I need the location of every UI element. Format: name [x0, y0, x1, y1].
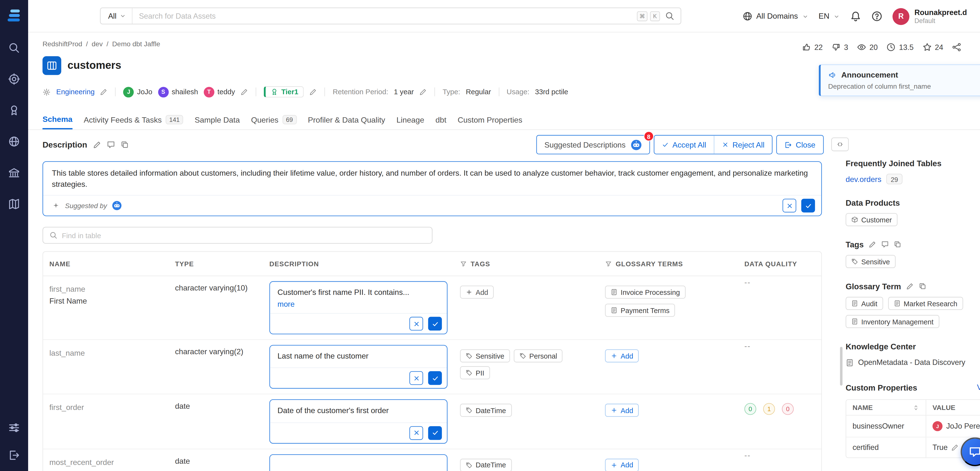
tag-chip[interactable]: Sensitive	[460, 349, 510, 363]
owner-teddy[interactable]: T teddy	[204, 86, 235, 97]
schema-table-header: NAME TYPE DESCRIPTION TAGS GLOSSARY TERM…	[43, 252, 821, 276]
reject-suggestion-button[interactable]	[783, 199, 796, 213]
reject-all-button[interactable]: Reject All	[714, 136, 772, 154]
tab-profiler[interactable]: Profiler & Data Quality	[308, 110, 385, 129]
tests-success-badge[interactable]: 0	[745, 403, 756, 415]
nav-data-quality-icon[interactable]	[8, 104, 21, 116]
sort-icon[interactable]	[912, 404, 919, 411]
reject-suggestion-button[interactable]	[409, 426, 423, 440]
filter-icon[interactable]	[605, 260, 612, 267]
global-search-input[interactable]	[133, 12, 637, 20]
glossary-task-icon[interactable]	[918, 283, 926, 290]
find-in-table-input[interactable]	[62, 232, 426, 239]
accept-suggestion-button[interactable]	[428, 371, 442, 385]
close-suggestions-button[interactable]: Close	[776, 135, 824, 154]
edit-property-icon[interactable]	[951, 444, 959, 451]
edit-tier-icon[interactable]	[309, 88, 317, 96]
suggested-descriptions-button[interactable]: Suggested Descriptions 8	[536, 135, 650, 154]
joined-table-link[interactable]: dev.orders	[846, 175, 881, 183]
team-link[interactable]: Engineering	[56, 88, 94, 96]
close-icon	[786, 202, 793, 209]
breadcrumb-database[interactable]: dev	[92, 40, 103, 48]
reject-suggestion-button[interactable]	[409, 371, 423, 385]
glossary-term-chip[interactable]: Audit	[846, 297, 883, 310]
edit-retention-icon[interactable]	[420, 88, 427, 96]
add-glossary-button[interactable]: Add	[605, 404, 639, 417]
glossary-term-chip[interactable]: Payment Terms	[605, 304, 675, 317]
view-all-link[interactable]: View All	[977, 383, 980, 392]
upvote-button[interactable]: 22	[802, 42, 823, 52]
edit-team-icon[interactable]	[100, 88, 108, 96]
nav-observability-icon[interactable]	[8, 72, 21, 85]
glossary-term-chip[interactable]: Invoice Processing	[605, 286, 686, 299]
data-product-chip[interactable]: Customer	[846, 213, 897, 226]
settings-icon[interactable]	[8, 421, 21, 434]
downvote-button[interactable]: 3	[832, 42, 848, 52]
follow-button[interactable]: 24	[922, 42, 943, 52]
glossary-term-chip[interactable]: Market Research	[888, 297, 963, 310]
tab-dbt[interactable]: dbt	[436, 110, 446, 129]
breadcrumb-service[interactable]: RedshiftProd	[42, 40, 82, 48]
app-logo[interactable]	[6, 8, 22, 24]
version-button[interactable]: 13.5	[886, 42, 913, 52]
nav-explore-icon[interactable]	[8, 41, 21, 54]
edit-owners-icon[interactable]	[241, 88, 248, 96]
tab-custom-properties[interactable]: Custom Properties	[458, 110, 522, 129]
tests-failed-badge[interactable]: 0	[782, 403, 794, 415]
accept-suggestion-button[interactable]	[801, 199, 815, 213]
col-quality: DATA QUALITY	[738, 252, 822, 275]
accept-suggestion-button[interactable]	[428, 426, 442, 440]
request-description-icon[interactable]	[107, 140, 115, 149]
tab-queries[interactable]: Queries69	[251, 110, 297, 129]
request-tags-icon[interactable]	[881, 240, 889, 248]
add-glossary-button[interactable]: Add	[605, 349, 639, 363]
scrollbar-thumb[interactable]	[840, 347, 842, 385]
tag-chip[interactable]: Personal	[514, 349, 563, 363]
user-menu[interactable]: R Rounakpreet.d Default	[892, 8, 967, 25]
tag-chip[interactable]: DateTime	[460, 404, 512, 417]
tab-lineage[interactable]: Lineage	[396, 110, 424, 129]
add-tag-button[interactable]: Add	[460, 286, 494, 299]
description-task-icon[interactable]	[121, 140, 129, 149]
views-button[interactable]: 20	[857, 42, 878, 52]
help-icon[interactable]	[871, 11, 882, 22]
tab-activity-feeds[interactable]: Activity Feeds & Tasks141	[84, 110, 183, 129]
accept-all-button[interactable]: Accept All	[654, 136, 714, 154]
owner-jojo[interactable]: J JoJo	[123, 86, 152, 97]
language-dropdown[interactable]: EN	[819, 12, 840, 21]
tag-chip[interactable]: Sensitive	[846, 255, 896, 268]
breadcrumb-schema[interactable]: Demo dbt Jaffle	[112, 40, 160, 48]
suggestion-card	[269, 454, 448, 471]
knowledge-article-link[interactable]: OpenMetadata - Data Discovery	[846, 358, 980, 367]
edit-glossary-icon[interactable]	[906, 283, 913, 290]
search-scope-select[interactable]: All	[100, 8, 132, 24]
tab-schema[interactable]: Schema	[42, 110, 72, 129]
add-glossary-button[interactable]: Add	[605, 458, 639, 471]
tag-chip[interactable]: DateTime	[460, 458, 512, 471]
share-button[interactable]	[952, 42, 961, 52]
edit-description-icon[interactable]	[93, 140, 101, 149]
collapse-panel-button[interactable]	[831, 137, 849, 151]
owner-shailesh[interactable]: S shailesh	[158, 86, 198, 97]
domains-dropdown[interactable]: All Domains	[743, 11, 809, 21]
table-entity-icon	[42, 56, 61, 75]
column-description-cell	[263, 449, 454, 471]
check-icon	[431, 375, 438, 382]
glossary-term-chip[interactable]: Inventory Management	[846, 315, 939, 328]
tab-sample-data[interactable]: Sample Data	[195, 110, 240, 129]
nav-glossary-icon[interactable]	[8, 197, 21, 210]
search-icon[interactable]	[665, 11, 675, 21]
filter-icon[interactable]	[460, 260, 467, 267]
announcement-message: Deprecation of column first_name	[828, 83, 980, 90]
nav-governance-icon[interactable]	[8, 166, 21, 179]
notifications-bell-icon[interactable]	[850, 11, 861, 22]
edit-tags-icon[interactable]	[869, 240, 876, 248]
tests-aborted-badge[interactable]: 1	[763, 403, 775, 415]
tag-chip[interactable]: PII	[460, 366, 490, 379]
logout-icon[interactable]	[8, 449, 21, 461]
nav-insights-icon[interactable]	[8, 135, 21, 148]
more-link[interactable]: more	[270, 300, 447, 313]
reject-suggestion-button[interactable]	[409, 317, 423, 331]
accept-suggestion-button[interactable]	[428, 317, 442, 331]
tags-task-icon[interactable]	[894, 240, 901, 248]
